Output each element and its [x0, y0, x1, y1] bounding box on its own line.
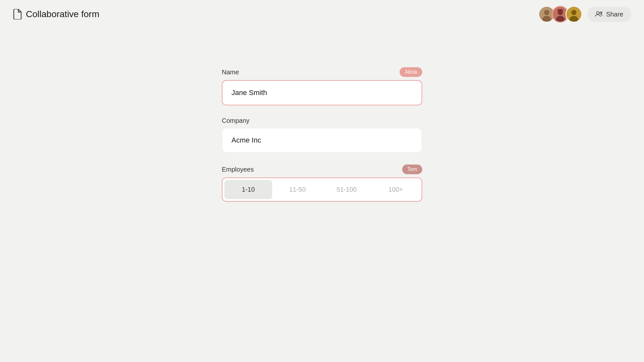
- avatar-face-3: [566, 7, 581, 22]
- form-container: Name Alicia Company Employees Tom 1-10 1…: [222, 67, 422, 202]
- employees-field-header: Employees Tom: [222, 165, 422, 174]
- name-input[interactable]: [222, 80, 422, 105]
- svg-point-9: [569, 16, 578, 23]
- svg-point-10: [596, 12, 599, 14]
- share-button[interactable]: Share: [587, 7, 631, 22]
- name-field-header: Name Alicia: [222, 67, 422, 77]
- employees-user-badge: Tom: [402, 165, 422, 174]
- name-label: Name: [222, 69, 239, 76]
- header: Collaborative form: [0, 0, 644, 28]
- app-title: Collaborative form: [26, 9, 99, 19]
- name-user-badge: Alicia: [400, 67, 422, 77]
- svg-point-2: [542, 16, 551, 23]
- company-field-header: Company: [222, 117, 422, 124]
- company-input[interactable]: [222, 128, 422, 153]
- segment-1-10[interactable]: 1-10: [224, 180, 272, 199]
- svg-point-1: [544, 10, 549, 15]
- employees-segmented-control: 1-10 11-50 51-100 100+: [222, 177, 422, 202]
- company-label: Company: [222, 117, 250, 124]
- svg-point-8: [571, 10, 576, 15]
- employees-label: Employees: [222, 166, 254, 173]
- svg-point-5: [556, 16, 564, 23]
- document-icon: [13, 9, 22, 19]
- main-content: Name Alicia Company Employees Tom 1-10 1…: [0, 28, 644, 202]
- avatar-user-3: [565, 6, 582, 23]
- name-field-group: Name Alicia: [222, 67, 422, 105]
- segment-11-50[interactable]: 11-50: [274, 180, 321, 199]
- share-label: Share: [606, 11, 623, 18]
- segment-100-plus[interactable]: 100+: [372, 180, 420, 199]
- svg-point-11: [600, 12, 602, 14]
- header-left: Collaborative form: [13, 9, 99, 19]
- share-people-icon: [595, 11, 603, 17]
- employees-field-group: Employees Tom 1-10 11-50 51-100 100+: [222, 165, 422, 202]
- svg-point-6: [557, 9, 563, 12]
- header-right: Share: [538, 6, 631, 23]
- avatar-svg-3: [566, 6, 581, 23]
- segment-51-100[interactable]: 51-100: [323, 180, 370, 199]
- company-field-group: Company: [222, 117, 422, 153]
- avatars-group: [538, 6, 582, 23]
